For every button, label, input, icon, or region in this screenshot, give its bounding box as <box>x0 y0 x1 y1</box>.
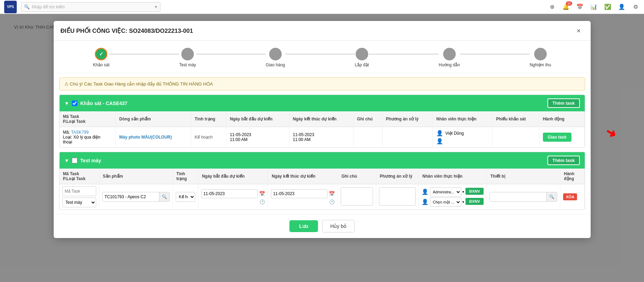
cell-ngaykt: 11-05-202311:00 AM <box>289 127 353 148</box>
emp2-select[interactable]: Chọn một ... <box>430 198 461 207</box>
input-cell-nhanvien: 👤 Administra... ▾ ĐXNV <box>419 184 487 210</box>
step-line-3 <box>285 54 355 54</box>
warning-text: ⚠ Chú ý! Các Task Giao Hàng cần nhập đầy… <box>65 81 213 87</box>
calendar-icon[interactable]: 📅 <box>576 3 584 11</box>
cell-nhanvien: 👤 Việt Dũng 👤 <box>433 127 492 148</box>
giao-task-button[interactable]: Giao task <box>543 133 571 142</box>
task-link[interactable]: TASK799 <box>71 130 89 135</box>
step-label-0: Khảo sát <box>93 62 109 67</box>
input-cell-hanhdong: XÓA <box>560 184 584 210</box>
col-phieukh-1: Phiếu khảo sát <box>492 111 539 127</box>
step-line-2 <box>196 54 266 54</box>
section1-header: ▼ Khảo sát - CASE437 Thêm task <box>60 95 585 111</box>
step-label-3: Lắp đặt <box>355 62 369 67</box>
ngaybd-clock-icon[interactable]: 🕐 <box>259 199 265 205</box>
search-placeholder-text: Nhập để tìm kiếm <box>32 5 65 9</box>
col2-hanhdong: Hành động <box>560 169 584 184</box>
ma-task-input[interactable] <box>62 186 96 196</box>
tinhtrang-select[interactable]: Kế hoạch <box>176 192 196 202</box>
col-phuongan-1: Phương án xử lý <box>382 111 432 127</box>
step-label-2: Giao hàng <box>266 62 285 67</box>
chart-icon[interactable]: 📊 <box>590 3 598 11</box>
step-circle-1 <box>181 48 194 60</box>
navbar-logo: VPS <box>4 1 17 13</box>
col-nhanvien-1: Nhân viên thực hiện <box>433 111 492 127</box>
ploai-task-select[interactable]: Test máy <box>62 198 96 207</box>
dxnv-button-2[interactable]: ĐXNV <box>465 198 484 205</box>
ghichu-textarea[interactable] <box>341 187 373 206</box>
ngaybd-date-input[interactable] <box>201 189 258 198</box>
cell-matask: Mã: TASK799 Loại: Xử lý qua điệnthoại <box>60 127 116 148</box>
col2-thietchbi: Thiết bị <box>487 169 560 184</box>
col-hanhdong-1: Hành động <box>539 111 584 127</box>
settings-icon[interactable]: ⚙ <box>631 3 640 11</box>
step-item-khaosatvt: ✓ Khảo sát <box>93 48 109 67</box>
step-line-5 <box>460 54 530 54</box>
section1-add-task-button[interactable]: Thêm task <box>547 98 579 108</box>
thietbi-search-wrap: 🔍 <box>490 192 557 202</box>
step-label-5: Nghiệm thu <box>530 62 551 67</box>
search-icon: 🔍 <box>24 4 30 9</box>
step-item-4: Hướng dẫn <box>439 48 460 67</box>
emp1-chevron-icon: ▾ <box>462 190 464 194</box>
save-button[interactable]: Lưu <box>289 220 318 232</box>
step-item-2: Giao hàng <box>266 48 285 67</box>
emp1-select[interactable]: Administra... <box>430 187 461 196</box>
navbar-search[interactable]: 🔍 Nhập để tìm kiếm ▾ <box>21 2 160 12</box>
sanpham-search-button[interactable]: 🔍 <box>159 192 169 201</box>
col2-matask: Mã TaskP.Loại Task <box>60 169 99 184</box>
section2-add-task-button[interactable]: Thêm task <box>547 156 579 165</box>
phuongan-textarea[interactable] <box>379 187 416 206</box>
ngaykt-clock-icon[interactable]: 🕐 <box>329 199 335 205</box>
ngaykt-calendar-icon[interactable]: 📅 <box>329 191 335 196</box>
xoa-button[interactable]: XÓA <box>563 193 577 200</box>
product-link[interactable]: Máy photo MÀU(COLOUR) <box>119 135 172 140</box>
col-ngaykt-1: Ngày kết thúc dự kiến <box>289 111 353 127</box>
section2-table: Mã TaskP.Loại Task Sản phẩm Tình trạng N… <box>60 169 585 209</box>
thietbi-search-button[interactable]: 🔍 <box>546 192 557 201</box>
cell-dongsp: Máy photo MÀU(COLOUR) <box>116 127 191 148</box>
cell-ghichu <box>354 127 382 148</box>
ploai-task-text: Loại: Xử lý qua điệnthoại <box>63 135 100 144</box>
emp2-chevron-icon: ▾ <box>462 200 464 204</box>
input-table-row: Test máy 🔍 K <box>60 184 585 210</box>
input-cell-ngaykt: 📅 🕐 <box>268 184 338 210</box>
col2-nhanvien: Nhân viên thực hiện <box>419 169 487 184</box>
section2-chevron[interactable]: ▼ <box>65 158 69 163</box>
navbar: VPS 🔍 Nhập để tìm kiếm ▾ ⊕ 🔔 90 📅 📊 ✅ 👤 … <box>0 0 644 14</box>
section-testmay: ▼ Test máy Thêm task Mã TaskP.Loại Task … <box>59 152 585 210</box>
section1-checkbox[interactable] <box>72 101 77 106</box>
notification-icon[interactable]: 🔔 90 <box>562 3 570 11</box>
user-avatar-icon: 👤 <box>436 130 443 136</box>
step-circle-active: ✓ <box>95 48 107 60</box>
cancel-button[interactable]: Hủy bỏ <box>322 220 355 232</box>
ngaybd-calendar-icon[interactable]: 📅 <box>259 191 265 196</box>
thietbi-input[interactable] <box>490 192 546 201</box>
col-ghichu-1: Ghi chú <box>354 111 382 127</box>
user-icon[interactable]: 👤 <box>618 3 626 11</box>
col-matask-1: Mã TaskP.Loại Task <box>60 111 116 127</box>
step-circle-4 <box>443 48 456 60</box>
col2-ngaykt: Ngày kết thúc dự kiến <box>268 169 338 184</box>
step-item-3: Lắp đặt <box>355 48 369 67</box>
input-cell-thietchbi: 🔍 <box>487 184 560 210</box>
col2-tinhtrang: Tình trạng <box>173 169 198 184</box>
close-button[interactable]: × <box>574 26 584 36</box>
tasks-icon[interactable]: ✅ <box>604 3 612 11</box>
modal-header: ĐIỀU PHỐI CÔNG VIỆC: SO24083/DO22213-001… <box>54 21 591 41</box>
step-circle-3 <box>356 48 368 60</box>
section2-title: Test máy <box>80 158 101 163</box>
dxnv-button-1[interactable]: ĐXNV <box>465 188 484 195</box>
section2-header: ▼ Test máy Thêm task <box>60 152 585 169</box>
section2-checkbox[interactable] <box>72 158 77 163</box>
add-icon[interactable]: ⊕ <box>548 3 556 11</box>
section-khaosast: ▼ Khảo sát - CASE437 Thêm task Mã TaskP.… <box>59 95 585 148</box>
modal-footer: Lưu Hủy bỏ <box>54 214 591 238</box>
input-cell-tinhtrang: Kế hoạch <box>173 184 198 210</box>
step-circle-2 <box>269 48 282 60</box>
cell-phieukh <box>492 127 539 148</box>
ngaykt-date-input[interactable] <box>271 189 327 198</box>
sanpham-input[interactable] <box>103 192 159 201</box>
section1-chevron[interactable]: ▼ <box>65 101 69 106</box>
step-item-1: Test máy <box>179 48 196 67</box>
